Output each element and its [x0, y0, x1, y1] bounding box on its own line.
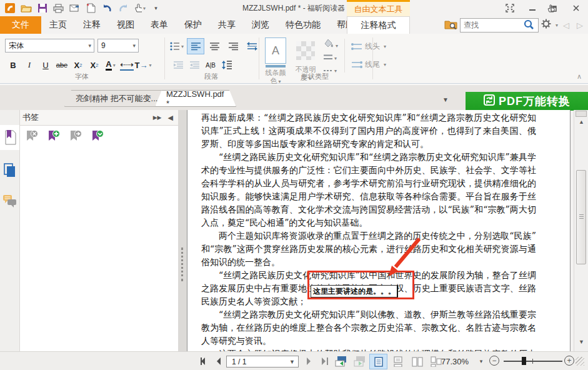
tab-file[interactable]: 文件: [0, 16, 41, 34]
char-spacing-button[interactable]: ⇠⇢: [119, 58, 135, 72]
collapse-panel-icon[interactable]: ◀: [168, 114, 173, 122]
zoom-slider-thumb[interactable]: [522, 357, 526, 365]
ribbon-tab-row: 文件 主页 注释 视图 表单 保护 共享 浏览 特色功能 帮助 注释格式: [0, 16, 588, 34]
next-view-button[interactable]: [352, 355, 369, 368]
scrollbar-split-box[interactable]: [576, 111, 587, 117]
gear-caret[interactable]: ▾: [556, 22, 558, 28]
doc-tab-1[interactable]: 亮剑精神 把不可能变...: [64, 90, 169, 107]
tab-list-dropdown-icon[interactable]: ▼: [442, 96, 449, 103]
pages-panel-icon[interactable]: [0, 158, 19, 182]
open-file-icon[interactable]: [20, 2, 32, 14]
justify-button[interactable]: [244, 39, 260, 54]
facing-page-button[interactable]: [409, 354, 426, 369]
zoom-in-button[interactable]: +: [564, 356, 574, 366]
expand-bookmarks-icon[interactable]: [91, 130, 104, 144]
prev-page-button[interactable]: [212, 355, 225, 368]
hand-tool-caret[interactable]: ▾: [143, 6, 146, 11]
indent-increase-button[interactable]: [170, 58, 186, 72]
comments-panel-icon[interactable]: [0, 189, 19, 214]
search-folder-icon[interactable]: [444, 19, 457, 32]
fullscreen-icon[interactable]: [502, 2, 518, 14]
page-number-input[interactable]: 1 / 1 ▼: [226, 356, 299, 368]
print-icon[interactable]: [52, 2, 64, 14]
save-icon[interactable]: [36, 2, 48, 14]
tab-comment-format[interactable]: 注释格式: [347, 16, 410, 34]
align-right-button[interactable]: [225, 39, 241, 54]
find-next-icon[interactable]: ▷: [574, 21, 586, 30]
free-text-annotation[interactable]: 这里主要讲述的是。。。: [311, 285, 398, 298]
search-icon[interactable]: [523, 19, 534, 32]
expand-panel-icon[interactable]: ▶▶: [153, 114, 162, 121]
line-style-button[interactable]: ▾: [324, 53, 338, 62]
doc-tab-2[interactable]: MZZJLSWH.pdf * ✕: [155, 90, 236, 107]
scroll-up-icon[interactable]: ▲: [574, 119, 588, 125]
search-settings-gear-icon[interactable]: [541, 19, 552, 31]
delete-bookmark-icon[interactable]: [25, 130, 39, 144]
new-document-icon[interactable]: *: [85, 2, 97, 14]
add-bookmark-icon[interactable]: [47, 130, 61, 144]
email-icon[interactable]: [69, 2, 81, 14]
zoom-dropdown-caret[interactable]: ▾: [477, 355, 485, 368]
tab-form[interactable]: 表单: [142, 16, 176, 34]
close-icon[interactable]: [568, 2, 584, 14]
tab-browse[interactable]: 浏览: [244, 16, 277, 34]
line-spacing-button[interactable]: [219, 58, 235, 72]
text-direction-button[interactable]: T→▾: [135, 58, 151, 72]
svg-text:*: *: [87, 3, 89, 9]
single-page-button[interactable]: [370, 354, 387, 369]
restore-icon[interactable]: [546, 2, 562, 14]
fill-color-button[interactable]: ▾: [324, 39, 338, 49]
font-name-select[interactable]: 宋体▾: [5, 39, 94, 52]
zoom-slider[interactable]: [504, 361, 562, 362]
align-left-button[interactable]: [187, 39, 204, 54]
font-size-select[interactable]: 9▾: [97, 39, 139, 52]
find-previous-icon[interactable]: ◁: [561, 21, 572, 30]
strikethrough-button[interactable]: abe: [54, 58, 70, 72]
italic-button[interactable]: I: [21, 58, 37, 72]
next-page-button[interactable]: [302, 355, 315, 368]
underline-button[interactable]: U: [37, 58, 54, 72]
last-page-button[interactable]: [317, 355, 331, 368]
page-dropdown-caret[interactable]: ▼: [289, 359, 295, 365]
line-end-button[interactable]: 线尾▾: [351, 59, 386, 70]
panel-resize-handle[interactable]: [178, 110, 187, 351]
foxit-logo-icon[interactable]: [4, 2, 16, 14]
tab-comment[interactable]: 注释: [75, 16, 109, 34]
next-bookmark-icon[interactable]: [69, 130, 82, 144]
bold-button[interactable]: B: [5, 58, 21, 72]
page-scrollbar[interactable]: ▲ ▼: [574, 110, 588, 351]
redo-icon[interactable]: [117, 2, 129, 14]
tab-share[interactable]: 共享: [210, 16, 244, 34]
previous-view-button[interactable]: [334, 355, 350, 368]
minimize-icon[interactable]: [524, 2, 541, 14]
indent-decrease-button[interactable]: [186, 58, 202, 72]
align-center-button[interactable]: [206, 39, 222, 54]
tab-view[interactable]: 视图: [109, 16, 142, 34]
subscript-button[interactable]: X2: [86, 58, 102, 72]
char-scale-button[interactable]: A|B: [202, 58, 219, 72]
undo-icon[interactable]: [101, 2, 113, 14]
tab-protect[interactable]: 保护: [176, 16, 210, 34]
hand-tool-icon[interactable]: ▾: [134, 2, 146, 14]
tab-home[interactable]: 主页: [41, 16, 75, 34]
close-tab-icon[interactable]: ✕: [232, 94, 239, 103]
line-start-button[interactable]: 线头▾: [351, 41, 386, 52]
contextual-tool-label: 自由文本工具: [347, 0, 410, 16]
scrollbar-thumb[interactable]: [576, 170, 586, 264]
scroll-down-icon[interactable]: ▼: [574, 339, 588, 345]
bookmarks-panel-icon[interactable]: [0, 125, 19, 150]
zoom-out-button[interactable]: −: [489, 356, 499, 366]
tab-features[interactable]: 特色功能: [277, 16, 329, 34]
collapse-ribbon-button[interactable]: ∧: [577, 72, 582, 81]
zoom-level[interactable]: 77.30%: [441, 357, 469, 366]
customize-toolbar-icon[interactable]: ▾: [150, 2, 162, 14]
search-input[interactable]: [461, 19, 523, 31]
pdf-convert-button[interactable]: PDF万能转换: [466, 92, 588, 111]
first-page-button[interactable]: [197, 355, 210, 368]
font-color-button[interactable]: A▾: [102, 58, 119, 72]
pdf-page[interactable]: 再出最新成果：“丝绸之路民族历史文化研究知识库”和“丝绸之路宗教历史文化研究知识…: [187, 110, 570, 351]
continuous-page-button[interactable]: [389, 354, 406, 369]
bullet-list-button[interactable]: ▾: [169, 39, 185, 54]
superscript-button[interactable]: X2: [70, 58, 86, 72]
window-resize-grip[interactable]: [576, 357, 584, 366]
